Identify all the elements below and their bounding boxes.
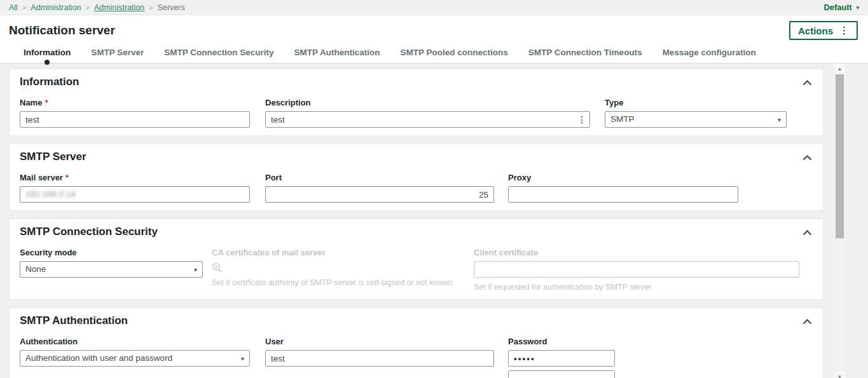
breadcrumb-separator: > — [86, 4, 90, 11]
context-selector[interactable]: Default ▾ — [823, 3, 859, 12]
active-tab-indicator — [45, 60, 50, 65]
breadcrumb-item-all[interactable]: All — [9, 3, 18, 12]
mail-server-label: Mail server* — [20, 173, 250, 182]
security-mode-select[interactable]: None ▾ — [20, 261, 203, 278]
mail-server-value: 192.168.0.14 — [25, 189, 76, 199]
scrollbar-thumb[interactable] — [836, 74, 844, 238]
collapse-section-icon[interactable] — [801, 228, 813, 237]
actions-button[interactable]: Actions ⋮ — [789, 21, 858, 40]
tab-smtp-pooled-connections[interactable]: SMTP Pooled connections — [401, 48, 508, 57]
password-input[interactable] — [508, 350, 615, 367]
section-title: Information — [20, 76, 813, 88]
description-menu-icon[interactable]: ⋮ — [577, 115, 586, 124]
password-confirm-input[interactable] — [508, 370, 615, 378]
authentication-value: Authentication with user and password — [25, 353, 172, 363]
collapse-section-icon[interactable] — [801, 153, 813, 162]
section-tabbar: Information SMTP Server SMTP Connection … — [0, 46, 868, 64]
tab-smtp-authentication[interactable]: SMTP Authentication — [294, 48, 380, 57]
context-selector-label: Default — [823, 3, 851, 12]
scroll-down-icon[interactable]: ▼ — [834, 372, 845, 378]
tab-smtp-connection-timeouts[interactable]: SMTP Connection Timeouts — [528, 48, 642, 57]
search-certificates-icon[interactable] — [212, 262, 466, 273]
breadcrumb-item-administration-2[interactable]: Administration — [94, 3, 144, 12]
client-certificate-label: Client certificate — [474, 248, 799, 257]
client-certificate-input[interactable] — [474, 261, 799, 278]
proxy-label: Proxy — [508, 173, 738, 182]
chevron-down-icon: ▾ — [778, 116, 781, 123]
breadcrumb-separator: > — [149, 4, 153, 11]
port-input[interactable] — [265, 186, 494, 203]
section-title: SMTP Connection Security — [20, 226, 813, 238]
tab-information[interactable]: Information — [24, 48, 71, 57]
tab-smtp-server[interactable]: SMTP Server — [91, 48, 144, 57]
actions-button-label: Actions — [798, 25, 833, 36]
description-label: Description — [265, 98, 590, 107]
collapse-section-icon[interactable] — [801, 78, 813, 87]
security-mode-value: None — [25, 264, 46, 274]
chevron-down-icon: ▾ — [194, 266, 197, 273]
page-header: Notification server Actions ⋮ — [0, 15, 868, 46]
breadcrumb-separator: > — [22, 4, 26, 11]
ca-certificates-helper: Set if certificate authority of SMTP ser… — [212, 278, 466, 287]
client-certificate-helper: Set if requested for authentication by S… — [474, 283, 799, 292]
collapse-section-icon[interactable] — [801, 317, 813, 326]
proxy-input[interactable] — [508, 186, 738, 203]
breadcrumb-item-administration[interactable]: Administration — [31, 3, 81, 12]
page-title: Notification server — [9, 24, 115, 37]
security-mode-label: Security mode — [20, 248, 203, 257]
tab-label: Information — [24, 48, 71, 57]
form-content: Information Name* Description ⋮ — [0, 64, 845, 378]
breadcrumb: All > Administration > Administration > … — [0, 0, 868, 15]
required-marker: * — [65, 173, 69, 182]
type-label: Type — [605, 98, 787, 107]
user-label: User — [265, 337, 494, 346]
ellipsis-vertical-icon: ⋮ — [839, 25, 849, 36]
vertical-scrollbar[interactable]: ▲ ▼ — [834, 64, 845, 378]
chevron-down-icon: ▾ — [856, 4, 859, 11]
chevron-down-icon: ▾ — [241, 355, 244, 362]
type-select-value: SMTP — [610, 114, 635, 124]
description-input[interactable] — [265, 111, 590, 128]
scroll-up-icon[interactable]: ▲ — [834, 64, 845, 74]
section-smtp-server: SMTP Server Mail server* 192.168.0.14 Po… — [9, 144, 823, 211]
required-marker: * — [45, 98, 48, 107]
tab-message-configuration[interactable]: Message configuration — [663, 48, 756, 57]
password-label: Password — [508, 337, 615, 346]
type-select[interactable]: SMTP ▾ — [605, 111, 787, 128]
section-smtp-authentication: SMTP Authentication Authentication Authe… — [9, 307, 823, 378]
tab-smtp-connection-security[interactable]: SMTP Connection Security — [164, 48, 273, 57]
authentication-label: Authentication — [20, 337, 250, 346]
authentication-select[interactable]: Authentication with user and password ▾ — [20, 350, 250, 367]
ca-certificates-label: CA certificates of mail server — [212, 248, 466, 257]
mail-server-input[interactable]: 192.168.0.14 — [20, 186, 250, 203]
section-information: Information Name* Description ⋮ — [9, 69, 823, 136]
user-input[interactable] — [265, 350, 494, 367]
notification-server-page: All > Administration > Administration > … — [0, 0, 868, 378]
name-input[interactable] — [20, 111, 250, 128]
section-title: SMTP Server — [20, 151, 813, 163]
port-label: Port — [265, 173, 494, 182]
section-title: SMTP Authentication — [20, 314, 813, 327]
name-label: Name* — [20, 98, 250, 107]
breadcrumb-item-servers: Servers — [158, 3, 185, 12]
section-smtp-connection-security: SMTP Connection Security Security mode N… — [9, 219, 823, 300]
